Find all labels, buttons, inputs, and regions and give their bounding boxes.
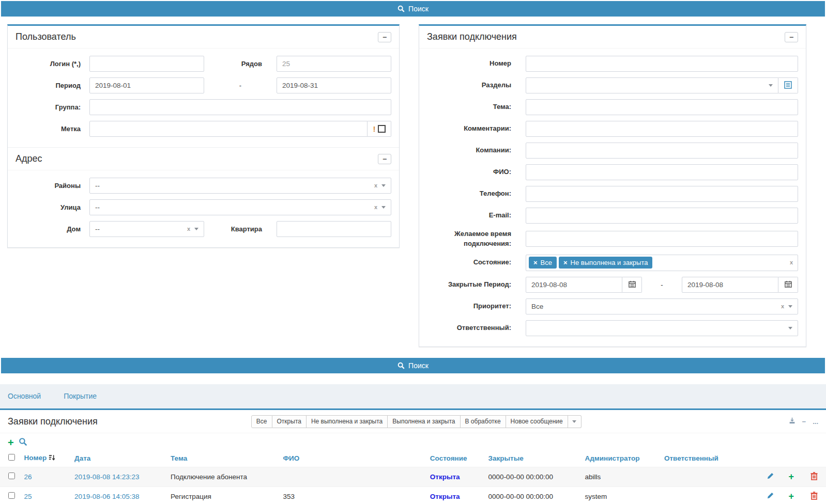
state-clear-icon[interactable]: x (790, 260, 793, 265)
delete-icon[interactable] (810, 492, 818, 501)
requests-panel-body: Номер Разделы Тема: (419, 48, 806, 346)
street-value: -- (95, 203, 100, 211)
column-number[interactable]: Номер (20, 450, 71, 467)
districts-select[interactable]: -- x (89, 178, 391, 194)
filter-in-progress-button[interactable]: В обработке (461, 415, 506, 428)
table-search-icon[interactable] (19, 437, 27, 448)
priority-select[interactable]: Все x (526, 298, 798, 314)
export-icon[interactable] (789, 417, 796, 426)
street-select[interactable]: -- x (89, 199, 391, 215)
request-state-link[interactable]: Открыта (430, 473, 460, 481)
phone-input[interactable] (526, 186, 798, 202)
row-checkbox[interactable] (8, 472, 15, 479)
closed-to-input[interactable] (682, 277, 778, 293)
column-state[interactable]: Состояние (426, 450, 484, 467)
row-checkbox[interactable] (8, 492, 15, 499)
email-input[interactable] (526, 208, 798, 224)
tab-coverage[interactable]: Покрытие (64, 392, 97, 400)
add-icon[interactable]: + (789, 491, 794, 501)
state-tag-input[interactable]: ×Все ×Не выполнена и закрыта x (526, 255, 798, 271)
user-panel-title: Пользователь (16, 32, 76, 42)
filter-new-message-button[interactable]: Новое сообщение (506, 415, 568, 428)
edit-icon[interactable] (767, 472, 774, 481)
responsible-select[interactable] (526, 320, 798, 336)
table-tools: − ... (789, 417, 818, 426)
more-options-icon[interactable]: ... (813, 418, 818, 425)
sections-list-button[interactable] (778, 77, 798, 93)
house-clear-icon[interactable]: x (187, 226, 190, 232)
request-state-link[interactable]: Открыта (430, 493, 460, 500)
tag-checkbox-icon[interactable] (378, 125, 386, 133)
add-request-icon[interactable]: + (8, 437, 14, 448)
number-input[interactable] (526, 56, 798, 72)
period-to-input[interactable] (277, 77, 391, 93)
collapse-table-icon[interactable]: − (802, 418, 806, 425)
column-responsible[interactable]: Ответственный (660, 450, 760, 467)
column-closed[interactable]: Закрытые (484, 450, 581, 467)
edit-icon[interactable] (767, 492, 774, 501)
select-all-checkbox[interactable] (8, 454, 15, 461)
chevron-down-icon (788, 305, 792, 308)
tag-label: Метка (16, 125, 81, 133)
group-input[interactable] (89, 99, 391, 115)
period-from-input[interactable] (89, 77, 204, 93)
request-date-link[interactable]: 2019-08-08 14:23:23 (74, 473, 139, 481)
street-clear-icon[interactable]: x (374, 204, 377, 210)
table-title: Заявки подключения (8, 416, 98, 427)
sort-desc-icon[interactable] (49, 455, 56, 463)
filter-not-done-closed-button[interactable]: Не выполнена и закрыта (307, 415, 388, 428)
add-icon[interactable]: + (789, 471, 794, 482)
subject-input[interactable] (526, 99, 798, 115)
table-row: 26 2019-08-08 14:23:23 Подключение абоне… (0, 467, 826, 486)
table-toolbar: + (0, 433, 826, 450)
filter-dropdown-button[interactable] (568, 415, 582, 428)
exclamation-icon: ! (373, 124, 376, 133)
closed-to-calendar-button[interactable] (778, 277, 798, 293)
state-tag[interactable]: ×Все (529, 257, 557, 269)
priority-clear-icon[interactable]: x (781, 304, 784, 309)
user-panel-collapse-button[interactable]: − (378, 32, 391, 42)
tag-addon[interactable]: ! (368, 121, 391, 137)
apartment-input[interactable] (277, 221, 391, 237)
remove-tag-icon[interactable]: × (533, 259, 538, 266)
chevron-down-icon (572, 420, 576, 423)
delete-icon[interactable] (810, 472, 818, 482)
request-number-link[interactable]: 25 (24, 493, 32, 500)
street-row: Улица -- x (16, 199, 391, 215)
filter-open-button[interactable]: Открыта (272, 415, 307, 428)
request-date-link[interactable]: 2019-08-06 14:05:38 (74, 493, 139, 500)
address-panel-collapse-button[interactable]: − (378, 154, 391, 164)
requests-panel-collapse-button[interactable]: − (785, 32, 798, 42)
districts-clear-icon[interactable]: x (374, 183, 377, 188)
sections-select[interactable] (526, 77, 778, 93)
column-admin[interactable]: Администратор (581, 450, 660, 467)
filter-done-closed-button[interactable]: Выполнена и закрыта (388, 415, 460, 428)
company-input[interactable] (526, 143, 798, 159)
rows-input[interactable] (277, 56, 391, 72)
fio-input[interactable] (526, 164, 798, 180)
closed-from-calendar-button[interactable] (622, 277, 642, 293)
login-input[interactable] (89, 56, 204, 72)
column-date[interactable]: Дата (70, 450, 166, 467)
chevron-down-icon (381, 206, 386, 209)
house-select[interactable]: -- x (89, 221, 204, 237)
tag-input[interactable] (89, 121, 368, 137)
filter-all-button[interactable]: Все (251, 415, 272, 428)
request-number-link[interactable]: 26 (24, 473, 32, 481)
tab-main[interactable]: Основной (8, 392, 41, 400)
state-tag[interactable]: ×Не выполнена и закрыта (559, 257, 652, 269)
desired-time-input[interactable] (526, 231, 798, 247)
priority-value: Все (531, 303, 543, 310)
closed-from-input[interactable] (526, 277, 622, 293)
login-row: Логин (*,) Рядов (16, 56, 391, 72)
remove-tag-icon[interactable]: × (563, 259, 568, 266)
calendar-icon (785, 280, 792, 289)
column-subject[interactable]: Тема (166, 450, 279, 467)
column-fio[interactable]: ФИО (279, 450, 425, 467)
request-responsible (660, 467, 760, 486)
address-panel-heading: Адрес − (8, 147, 399, 170)
search-button-top[interactable]: Поиск (1, 1, 825, 17)
comments-input[interactable] (526, 121, 798, 137)
search-button-bottom[interactable]: Поиск (1, 358, 825, 373)
number-row: Номер (427, 56, 798, 72)
